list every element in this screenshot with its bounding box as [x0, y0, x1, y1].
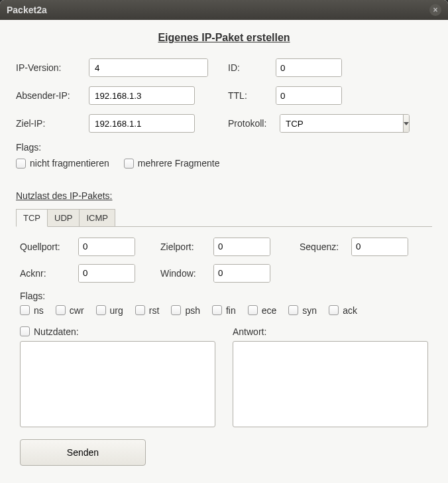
response-label: Antwort:: [233, 326, 266, 337]
target-ip-input[interactable]: [89, 114, 195, 133]
seq-input[interactable]: [352, 238, 408, 255]
window-spinner[interactable]: [213, 264, 270, 283]
srcport-spinner[interactable]: [78, 238, 135, 256]
sender-ip-input[interactable]: [89, 86, 195, 105]
row-target-ip: Ziel-IP: Protokoll:: [16, 114, 432, 133]
window-title: Packet2a: [7, 5, 429, 15]
id-label: ID:: [228, 62, 276, 73]
acknr-spinner[interactable]: [78, 264, 135, 283]
dstport-spinner[interactable]: [213, 238, 270, 256]
ip-version-label: IP-Version:: [16, 62, 89, 73]
srcport-input[interactable]: [79, 238, 135, 255]
flag-rst-checkbox[interactable]: rst: [135, 305, 160, 316]
flag-ece-checkbox[interactable]: ece: [248, 305, 277, 316]
more-fragments-label: mehrere Fragmente: [138, 158, 220, 169]
protocol-tabs: TCP UDP ICMP: [16, 209, 432, 227]
tab-tcp[interactable]: TCP: [16, 209, 48, 227]
dstport-input[interactable]: [214, 238, 270, 255]
id-spinner[interactable]: [276, 58, 342, 77]
flag-urg-checkbox[interactable]: urg: [96, 305, 123, 316]
tab-icmp[interactable]: ICMP: [79, 209, 115, 226]
protocol-label: Protokoll:: [228, 118, 280, 129]
tcp-flags-label: Flags:: [20, 291, 428, 301]
id-input[interactable]: [276, 59, 342, 76]
window-label: Window:: [160, 268, 207, 279]
flag-psh-checkbox[interactable]: psh: [171, 305, 200, 316]
ttl-input[interactable]: [276, 87, 342, 104]
send-button[interactable]: Senden: [20, 439, 146, 466]
close-icon[interactable]: ×: [429, 4, 441, 16]
flag-cwr-checkbox[interactable]: cwr: [56, 305, 84, 316]
srcport-label: Quellport:: [20, 242, 72, 252]
row-sender-ip: Absender-IP: TTL:: [16, 86, 432, 105]
packet-dialog: Packet2a × Eigenes IP-Paket erstellen IP…: [0, 0, 448, 483]
dont-fragment-label: nicht fragmentieren: [30, 158, 109, 169]
ttl-label: TTL:: [228, 90, 276, 101]
tcp-panel: Quellport: Zielport: Sequenz:: [16, 227, 432, 471]
flag-ns-checkbox[interactable]: ns: [20, 305, 44, 316]
ip-version-combo[interactable]: [89, 58, 208, 77]
flag-syn-checkbox[interactable]: syn: [288, 305, 317, 316]
seq-label: Sequenz:: [300, 242, 345, 252]
chevron-down-icon[interactable]: [403, 115, 409, 132]
titlebar: Packet2a ×: [0, 0, 448, 20]
window-input[interactable]: [214, 265, 270, 282]
payload-checkbox[interactable]: Nutzdaten:: [20, 326, 79, 337]
payload-section-label: Nutzlast des IP-Pakets:: [16, 190, 432, 201]
seq-spinner[interactable]: [351, 238, 408, 256]
target-ip-label: Ziel-IP:: [16, 118, 89, 129]
response-textarea[interactable]: [233, 341, 428, 427]
ip-flags-label: Flags:: [16, 142, 432, 153]
protocol-input[interactable]: [280, 115, 403, 132]
row-ip-version: IP-Version: ID:: [16, 58, 432, 77]
ttl-spinner[interactable]: [276, 86, 342, 105]
sender-ip-label: Absender-IP:: [16, 90, 89, 101]
payload-label: Nutzdaten:: [34, 326, 79, 337]
acknr-label: Acknr:: [20, 268, 72, 279]
dstport-label: Zielport:: [160, 242, 207, 252]
dont-fragment-checkbox[interactable]: nicht fragmentieren: [16, 158, 109, 169]
flag-ack-checkbox[interactable]: ack: [329, 305, 357, 316]
tab-udp[interactable]: UDP: [47, 209, 80, 226]
more-fragments-checkbox[interactable]: mehrere Fragmente: [124, 158, 220, 169]
flag-fin-checkbox[interactable]: fin: [212, 305, 236, 316]
ip-version-input[interactable]: [89, 59, 208, 76]
acknr-input[interactable]: [79, 265, 135, 282]
content-area: Eigenes IP-Paket erstellen IP-Version: I…: [0, 20, 448, 483]
page-title: Eigenes IP-Paket erstellen: [16, 32, 432, 44]
payload-textarea[interactable]: [20, 341, 215, 427]
protocol-combo[interactable]: [280, 114, 410, 133]
